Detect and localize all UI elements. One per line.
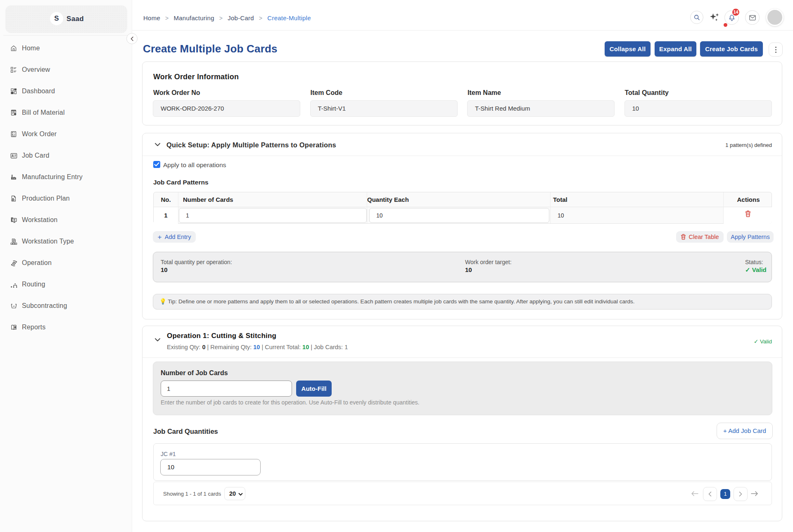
- svg-text:$: $: [15, 326, 16, 328]
- svg-text:$: $: [14, 113, 16, 115]
